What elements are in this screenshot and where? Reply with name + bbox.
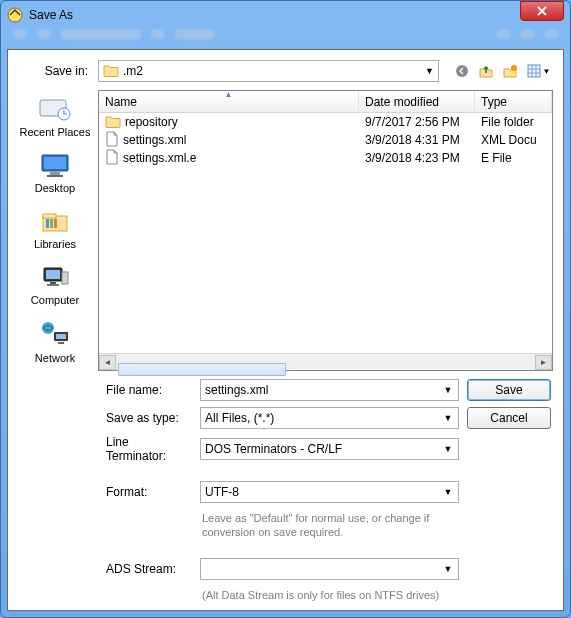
close-button[interactable]	[520, 1, 564, 21]
filename-input[interactable]: settings.xml ▼	[200, 379, 459, 401]
saveastype-label: Save as type:	[106, 411, 192, 425]
file-type: E File	[475, 151, 552, 165]
form-area: File name: settings.xml ▼ Save Save as t…	[12, 375, 559, 606]
place-libraries[interactable]: Libraries	[15, 204, 95, 254]
scroll-right-arrow[interactable]: ►	[535, 355, 552, 370]
svg-rect-23	[58, 342, 64, 344]
file-row[interactable]: repository9/7/2017 2:56 PMFile folder	[99, 113, 552, 131]
views-button[interactable]: ▼	[523, 60, 553, 82]
folder-icon	[105, 114, 121, 131]
file-date: 3/9/2018 4:31 PM	[359, 133, 475, 147]
cancel-button[interactable]: Cancel	[467, 407, 551, 429]
dropdown-arrow-icon: ▼	[440, 382, 456, 398]
dropdown-arrow-icon: ▼	[440, 410, 456, 426]
file-list-header: Name ▲ Date modified Type	[99, 91, 552, 113]
lineterm-label: Line Terminator:	[106, 435, 192, 463]
file-type: XML Docu	[475, 133, 552, 147]
titlebar: Save As	[1, 1, 570, 29]
save-in-value: .m2	[123, 64, 143, 78]
svg-rect-8	[50, 172, 60, 175]
save-button[interactable]: Save	[467, 379, 551, 401]
window-title: Save As	[29, 8, 520, 22]
back-button[interactable]	[451, 60, 473, 82]
file-row[interactable]: settings.xml.e3/9/2018 4:23 PME File	[99, 149, 552, 167]
place-network[interactable]: Network	[15, 316, 95, 368]
ads-label: ADS Stream:	[106, 562, 192, 576]
file-name: settings.xml.e	[123, 151, 196, 165]
svg-rect-3	[528, 65, 540, 77]
dropdown-arrow-icon: ▼	[440, 441, 456, 457]
file-name: repository	[125, 115, 178, 129]
file-date: 9/7/2017 2:56 PM	[359, 115, 475, 129]
svg-rect-13	[50, 219, 53, 228]
svg-rect-18	[47, 284, 59, 286]
background-blur	[13, 29, 558, 43]
column-date-header[interactable]: Date modified	[359, 91, 475, 112]
format-hint: Leave as "Default" for normal use, or ch…	[200, 509, 459, 540]
ads-combo[interactable]: ▼	[200, 558, 459, 580]
svg-rect-11	[43, 214, 56, 218]
place-recent[interactable]: Recent Places	[15, 90, 95, 142]
file-row[interactable]: settings.xml3/9/2018 4:31 PMXML Docu	[99, 131, 552, 149]
save-in-label: Save in:	[18, 64, 88, 78]
svg-rect-16	[46, 270, 60, 279]
place-desktop[interactable]: Desktop	[15, 148, 95, 198]
dropdown-arrow-icon: ▼	[425, 66, 434, 76]
folder-icon	[103, 63, 119, 80]
file-name: settings.xml	[123, 133, 186, 147]
svg-point-2	[511, 65, 517, 71]
svg-rect-14	[54, 219, 57, 228]
places-bar: Recent Places Desktop Libraries Computer…	[12, 86, 98, 375]
save-in-bar: Save in: .m2 ▼ ▼	[12, 54, 559, 86]
file-type: File folder	[475, 115, 552, 129]
dropdown-arrow-icon: ▼	[440, 561, 456, 577]
svg-rect-9	[47, 175, 63, 177]
saveastype-combo[interactable]: All Files, (*.*) ▼	[200, 407, 459, 429]
column-type-header[interactable]: Type	[475, 91, 552, 112]
file-list: Name ▲ Date modified Type repository9/7/…	[98, 90, 553, 371]
save-in-combo[interactable]: .m2 ▼	[98, 60, 439, 82]
scroll-left-arrow[interactable]: ◄	[99, 355, 116, 370]
column-name-header[interactable]: Name ▲	[99, 91, 359, 112]
dropdown-arrow-icon: ▼	[440, 484, 456, 500]
place-computer[interactable]: Computer	[15, 260, 95, 310]
svg-rect-19	[62, 272, 68, 284]
svg-rect-22	[56, 334, 66, 339]
file-icon	[105, 149, 119, 168]
svg-point-1	[456, 65, 468, 77]
up-one-level-button[interactable]	[475, 60, 497, 82]
sort-asc-icon: ▲	[225, 90, 233, 99]
format-combo[interactable]: UTF-8 ▼	[200, 481, 459, 503]
new-folder-button[interactable]	[499, 60, 521, 82]
file-icon	[105, 131, 119, 150]
format-label: Format:	[106, 485, 192, 499]
lineterm-combo[interactable]: DOS Terminators - CR/LF ▼	[200, 438, 459, 460]
file-date: 3/9/2018 4:23 PM	[359, 151, 475, 165]
svg-rect-7	[44, 157, 66, 169]
svg-rect-17	[50, 282, 56, 284]
filename-label: File name:	[106, 383, 192, 397]
svg-rect-12	[46, 219, 49, 228]
horizontal-scrollbar[interactable]: ◄ ►	[99, 353, 552, 370]
svg-point-20	[42, 322, 54, 334]
app-icon	[7, 7, 23, 23]
ads-hint: (Alt Data Stream is only for files on NT…	[200, 586, 459, 602]
